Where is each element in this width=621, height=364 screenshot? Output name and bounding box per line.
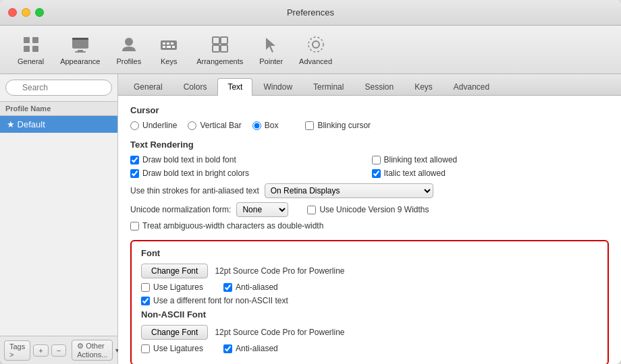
anti-aliased-label: Anti-aliased (236, 282, 278, 292)
ambiguous-label: Treat ambiguous-width characters as doub… (142, 221, 323, 231)
text-rendering-section: Text Rendering Draw bold text in bold fo… (130, 140, 609, 231)
bold-colors-checkbox[interactable] (130, 169, 139, 178)
cursor-section: Cursor Underline Vertical Bar (130, 105, 609, 130)
non-ascii-options-row: Use Ligatures Anti-aliased (141, 344, 598, 353)
thin-strokes-select[interactable]: Never On Retina Displays Always (265, 183, 433, 198)
cursor-radio-group: Underline Vertical Bar Box (130, 121, 278, 130)
non-ascii-ligatures-option[interactable]: Use Ligatures (141, 344, 203, 353)
appearance-icon (70, 34, 91, 55)
unicode9-checkbox[interactable] (307, 206, 316, 214)
anti-aliased-option[interactable]: Anti-aliased (223, 282, 278, 292)
font-section: Font Change Font 12pt Source Code Pro fo… (130, 240, 609, 364)
pointer-icon (261, 34, 282, 55)
tab-terminal[interactable]: Terminal (303, 78, 354, 95)
other-actions-button[interactable]: ⚙ Other Actions... (72, 340, 113, 361)
different-font-row: Use a different font for non-ASCII text (141, 296, 598, 305)
tab-general[interactable]: General (124, 78, 173, 95)
cursor-underline-radio[interactable] (130, 121, 139, 130)
svg-rect-3 (32, 46, 38, 52)
non-ascii-anti-aliased-label: Anti-aliased (236, 344, 278, 353)
ligatures-checkbox[interactable] (141, 283, 150, 292)
minimize-button[interactable] (22, 8, 30, 17)
tab-colors[interactable]: Colors (173, 78, 217, 95)
blinking-text-checkbox[interactable] (372, 156, 381, 164)
toolbar-arrangements-label: Arrangements (196, 57, 243, 65)
ambiguous-checkbox[interactable] (130, 222, 139, 231)
tab-text[interactable]: Text (217, 78, 252, 96)
bold-font-label: Draw bold text in bold font (142, 155, 236, 164)
search-input[interactable] (5, 80, 112, 96)
font-options-row: Use Ligatures Anti-aliased (141, 282, 598, 292)
thin-strokes-row: Use thin strokes for anti-aliased text N… (130, 183, 609, 198)
toolbar-general[interactable]: General (11, 31, 51, 68)
toolbar-appearance[interactable]: Appearance (53, 31, 107, 68)
text-rendering-options: Draw bold text in bold font Blinking tex… (130, 155, 609, 178)
profiles-icon (118, 34, 140, 55)
bold-font-option[interactable]: Draw bold text in bold font (130, 155, 368, 164)
non-ascii-anti-aliased-option[interactable]: Anti-aliased (223, 344, 278, 353)
tab-bar: General Colors Text Window Terminal Sess… (118, 74, 621, 96)
non-ascii-ligatures-checkbox[interactable] (141, 344, 150, 353)
thin-strokes-label: Use thin strokes for anti-aliased text (130, 186, 259, 195)
profile-item-default[interactable]: ★ Default (0, 116, 117, 133)
cursor-box-radio[interactable] (252, 121, 261, 130)
svg-rect-11 (167, 42, 169, 44)
toolbar-keys[interactable]: Keys (151, 31, 187, 68)
toolbar-appearance-label: Appearance (60, 57, 100, 65)
unicode9-option[interactable]: Use Unicode Version 9 Widths (307, 205, 429, 214)
toolbar-profiles[interactable]: Profiles (109, 31, 148, 68)
toolbar-pointer[interactable]: Pointer (252, 31, 290, 68)
tab-session[interactable]: Session (354, 78, 404, 95)
ligatures-label: Use Ligatures (153, 282, 203, 292)
panel-content: Cursor Underline Vertical Bar (118, 96, 621, 364)
sidebar-footer: Tags > + − ⚙ Other Actions... ▾ (0, 336, 117, 364)
different-font-checkbox[interactable] (141, 297, 150, 305)
svg-rect-16 (213, 37, 219, 44)
bold-font-checkbox[interactable] (130, 156, 139, 164)
search-bar: 🔍 (0, 74, 117, 102)
svg-rect-0 (24, 37, 30, 43)
cursor-box-option[interactable]: Box (252, 121, 279, 130)
ambiguous-option[interactable]: Treat ambiguous-width characters as doub… (130, 221, 323, 231)
svg-rect-17 (221, 37, 227, 44)
svg-rect-2 (24, 46, 30, 52)
traffic-lights (8, 8, 44, 17)
blinking-cursor-option[interactable]: Blinking cursor (305, 121, 371, 130)
font-main-row: Change Font 12pt Source Code Pro for Pow… (141, 264, 598, 278)
svg-rect-12 (171, 42, 173, 44)
anti-aliased-checkbox[interactable] (223, 283, 232, 292)
add-profile-button[interactable]: + (33, 344, 48, 357)
tab-advanced[interactable]: Advanced (443, 78, 500, 95)
toolbar: General Appearance Profiles (0, 26, 621, 74)
bold-colors-option[interactable]: Draw bold text in bright colors (130, 169, 368, 178)
tab-window[interactable]: Window (253, 78, 302, 95)
ambiguous-row: Treat ambiguous-width characters as doub… (130, 221, 609, 231)
ligatures-option[interactable]: Use Ligatures (141, 282, 203, 292)
italic-text-checkbox[interactable] (372, 169, 381, 178)
blinking-text-option[interactable]: Blinking text allowed (372, 155, 610, 164)
blinking-cursor-label: Blinking cursor (317, 121, 371, 130)
window-title: Preferences (287, 7, 334, 18)
cursor-vertical-radio[interactable] (188, 121, 196, 130)
close-button[interactable] (8, 8, 17, 17)
tags-button[interactable]: Tags > (4, 340, 30, 361)
non-ascii-anti-aliased-checkbox[interactable] (223, 344, 232, 353)
cursor-underline-option[interactable]: Underline (130, 121, 177, 130)
unicode-select[interactable]: None NFC NFD NFKC NFKD (236, 202, 288, 217)
change-font-button[interactable]: Change Font (141, 264, 208, 278)
svg-rect-1 (32, 37, 38, 43)
italic-text-option[interactable]: Italic text allowed (372, 169, 610, 178)
change-non-ascii-font-button[interactable]: Change Font (141, 325, 208, 340)
toolbar-advanced[interactable]: Advanced (292, 31, 339, 68)
toolbar-general-label: General (18, 57, 44, 65)
font-name-label: 12pt Source Code Pro for Powerline (215, 266, 344, 276)
blinking-cursor-checkbox[interactable] (305, 121, 314, 130)
main-panel: General Colors Text Window Terminal Sess… (118, 74, 621, 364)
cursor-vertical-option[interactable]: Vertical Bar (188, 121, 241, 130)
maximize-button[interactable] (35, 8, 44, 17)
different-font-option[interactable]: Use a different font for non-ASCII text (141, 296, 288, 305)
tab-keys[interactable]: Keys (404, 78, 443, 95)
main-content: 🔍 Profile Name ★ Default Tags > + − ⚙ Ot… (0, 74, 621, 364)
remove-profile-button[interactable]: − (51, 344, 66, 357)
toolbar-arrangements[interactable]: Arrangements (190, 31, 250, 68)
